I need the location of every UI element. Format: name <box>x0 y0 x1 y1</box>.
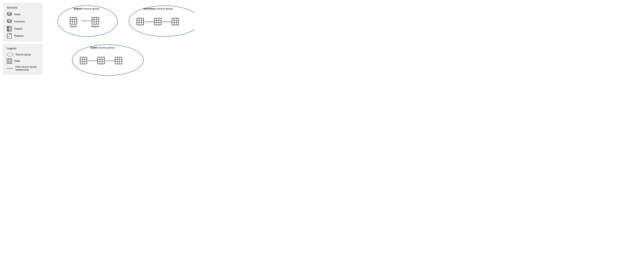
svg-rect-42 <box>172 18 179 25</box>
inventory-table-3 <box>172 18 179 26</box>
sales-group-ellipse: Sales source group <box>71 44 144 76</box>
source-item-sales: Sales <box>7 12 39 17</box>
legend-label-relationship: Intra source group relationship <box>16 65 39 71</box>
sales-table-2 <box>97 57 105 65</box>
legend-title: Legend <box>7 47 39 50</box>
svg-rect-48 <box>80 57 87 64</box>
source-item-targets: X Targets <box>7 26 39 32</box>
sales-connector-1 <box>88 61 97 61</box>
svg-rect-58 <box>115 57 122 64</box>
sources-panel: Sources Sales Inventory <box>3 3 42 41</box>
sales-table-3 <box>115 57 122 65</box>
left-panel: Sources Sales Inventory <box>3 3 42 78</box>
source-item-inventory: Inventory <box>7 19 39 24</box>
import-group-title: Import source group <box>74 7 99 11</box>
svg-point-1 <box>7 19 12 21</box>
diagram-area: Import source group Targets Re <box>47 3 191 78</box>
targets-label: Targets <box>70 25 77 28</box>
targets-table-icon: Targets <box>70 17 77 28</box>
database-icon-sales <box>7 12 12 17</box>
source-label-inventory: Inventory <box>14 20 25 23</box>
svg-point-13 <box>7 53 13 56</box>
regions-table-icon: Regions <box>91 17 100 28</box>
database-icon-inventory <box>7 19 12 24</box>
inventory-connector-1 <box>144 22 154 22</box>
svg-rect-53 <box>98 57 104 64</box>
csv-icon-regions: CSV <box>7 33 12 39</box>
regions-label: Regions <box>91 25 100 28</box>
inventory-table-2 <box>154 18 162 26</box>
source-label-targets: Targets <box>14 27 22 30</box>
legend-line-icon <box>7 68 14 69</box>
legend-ellipse-icon <box>7 53 14 57</box>
sales-table-1 <box>80 57 87 65</box>
svg-rect-32 <box>137 18 144 25</box>
sales-connector-2 <box>106 61 115 61</box>
sources-title: Sources <box>7 6 39 10</box>
legend-table-icon <box>7 58 12 64</box>
legend-label-source-group: Source group <box>16 53 31 56</box>
svg-rect-14 <box>7 59 12 64</box>
source-label-regions: Regions <box>14 35 24 37</box>
excel-icon-targets: X <box>7 26 12 32</box>
svg-rect-26 <box>92 17 99 24</box>
inventory-connector-2 <box>162 22 172 22</box>
svg-rect-37 <box>154 18 161 25</box>
source-label-sales: Sales <box>14 13 20 16</box>
svg-rect-21 <box>70 17 77 24</box>
svg-point-0 <box>7 12 12 14</box>
inventory-group-title: Inventory source group <box>144 7 173 11</box>
import-connector <box>81 21 91 21</box>
legend-item-table: Table <box>7 58 39 64</box>
inventory-group-ellipse: Inventory source group <box>128 5 194 37</box>
inventory-table-1 <box>136 18 144 26</box>
import-group-ellipse: Import source group Targets Re <box>57 5 118 37</box>
sales-group-title: Sales source group <box>90 46 114 49</box>
legend-item-source-group: Source group <box>7 53 39 57</box>
legend-label-table: Table <box>14 60 20 63</box>
svg-text:CSV: CSV <box>8 36 10 37</box>
svg-text:X: X <box>8 28 9 30</box>
legend-panel: Legend Source group Table Intra source g… <box>3 44 42 74</box>
legend-item-relationship: Intra source group relationship <box>7 65 39 71</box>
source-item-regions: CSV Regions <box>7 33 39 39</box>
